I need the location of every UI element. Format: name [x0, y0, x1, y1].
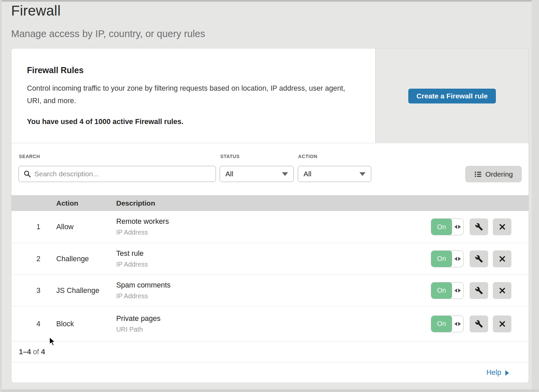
window-edge-left	[0, 0, 2, 392]
status-select[interactable]: All	[220, 166, 294, 182]
wrench-icon	[475, 255, 483, 263]
page-title: Firewall	[11, 3, 205, 19]
create-firewall-rule-button[interactable]: Create a Firewall rule	[408, 89, 496, 103]
pagination-text: 1–4 of 4	[19, 348, 45, 356]
edit-rule-button[interactable]	[470, 218, 488, 235]
rules-usage-count: You have used 4 of 1000 active Firewall …	[27, 118, 183, 126]
rule-enabled-toggle[interactable]: On	[431, 218, 464, 235]
edit-rule-button[interactable]	[470, 282, 488, 299]
edit-rule-button[interactable]	[470, 250, 488, 267]
pagination-range: 1–4	[19, 348, 31, 356]
rule-match-type: IP Address	[116, 292, 170, 300]
help-row: Help	[11, 362, 529, 383]
rule-priority: 1	[32, 223, 45, 231]
rule-priority: 2	[32, 254, 45, 263]
rule-priority: 4	[32, 320, 45, 328]
window-edge-right	[532, 0, 539, 392]
window-edge-bottom	[0, 389, 539, 392]
arrow-right-icon	[505, 370, 509, 375]
search-icon	[24, 170, 31, 178]
search-box[interactable]	[19, 166, 216, 182]
pagination-total: 4	[41, 348, 45, 356]
action-select-value: All	[304, 170, 311, 178]
toggle-on-label: On	[431, 219, 452, 235]
search-input[interactable]	[34, 170, 211, 178]
rule-description: Test rule	[116, 249, 148, 258]
rule-action: Block	[56, 320, 74, 328]
toggle-on-label: On	[431, 282, 452, 299]
rule-description-cell: Spam comments IP Address	[116, 281, 170, 300]
left-right-arrows-icon	[452, 282, 463, 299]
status-label: STATUS	[220, 154, 240, 159]
x-icon	[499, 321, 506, 327]
rule-enabled-toggle[interactable]: On	[431, 282, 464, 299]
rule-enabled-toggle[interactable]: On	[431, 250, 464, 267]
toggle-on-label: On	[431, 316, 452, 332]
rule-match-type: IP Address	[116, 229, 169, 236]
page-header: Firewall Manage access by IP, country, o…	[11, 3, 205, 39]
page-subtitle: Manage access by IP, country, or query r…	[11, 28, 205, 39]
rules-intro-section: Firewall Rules Control incoming traffic …	[11, 49, 529, 143]
rule-description: Spam comments	[116, 281, 170, 290]
delete-rule-button[interactable]	[493, 315, 511, 332]
rule-description: Remote workers	[116, 217, 169, 226]
rule-match-type: IP Address	[116, 261, 148, 268]
rule-description-cell: Private pages URI Path	[116, 314, 160, 333]
rule-match-type: URI Path	[116, 326, 160, 333]
action-label: ACTION	[298, 154, 317, 159]
ordering-button-label: Ordering	[485, 170, 513, 178]
delete-rule-button[interactable]	[493, 282, 511, 299]
x-icon	[499, 255, 506, 262]
rule-enabled-toggle[interactable]: On	[431, 315, 464, 332]
pagination-row: 1–4 of 4	[11, 341, 529, 362]
column-header-description: Description	[116, 195, 155, 211]
column-header-action: Action	[56, 195, 78, 211]
firewall-rules-card: Firewall Rules Control incoming traffic …	[11, 48, 529, 383]
window-edge-top	[0, 0, 539, 2]
chevron-down-icon	[282, 172, 288, 176]
chevron-down-icon	[359, 172, 366, 176]
filter-section: SEARCH STATUS ACTION All All	[11, 144, 529, 195]
rules-heading: Firewall Rules	[27, 65, 84, 75]
help-link-label: Help	[486, 368, 501, 377]
rule-description: Private pages	[116, 314, 160, 323]
x-icon	[499, 223, 506, 230]
rule-action: Challenge	[56, 254, 89, 263]
left-right-arrows-icon	[452, 316, 463, 332]
wrench-icon	[475, 287, 483, 295]
edit-rule-button[interactable]	[470, 315, 488, 332]
left-right-arrows-icon	[452, 251, 463, 267]
ordered-list-icon	[474, 171, 482, 178]
create-rule-panel: Create a Firewall rule	[375, 49, 529, 143]
rule-priority: 3	[32, 286, 45, 295]
table-header: Action Description	[11, 195, 529, 211]
left-right-arrows-icon	[452, 219, 463, 235]
x-icon	[499, 287, 506, 294]
rule-action: JS Challenge	[56, 286, 99, 295]
pagination-of: of	[33, 348, 39, 356]
toggle-on-label: On	[431, 251, 452, 267]
delete-rule-button[interactable]	[493, 250, 511, 267]
table-row: 2 Challenge Test rule IP Address On	[11, 243, 529, 274]
ordering-button[interactable]: Ordering	[465, 166, 522, 182]
table-row: 1 Allow Remote workers IP Address On	[11, 211, 529, 243]
rule-action: Allow	[56, 223, 73, 231]
rule-description-cell: Test rule IP Address	[116, 249, 148, 268]
status-select-value: All	[225, 170, 233, 178]
action-select[interactable]: All	[298, 166, 371, 182]
search-label: SEARCH	[19, 154, 40, 159]
rules-description: Control incoming traffic to your zone by…	[27, 82, 347, 107]
table-row: 3 JS Challenge Spam comments IP Address …	[11, 274, 529, 306]
wrench-icon	[475, 223, 483, 231]
rule-description-cell: Remote workers IP Address	[116, 217, 169, 236]
wrench-icon	[475, 320, 483, 328]
delete-rule-button[interactable]	[493, 218, 511, 235]
help-link[interactable]: Help	[486, 368, 509, 377]
table-row: 4 Block Private pages URI Path On	[11, 306, 529, 341]
